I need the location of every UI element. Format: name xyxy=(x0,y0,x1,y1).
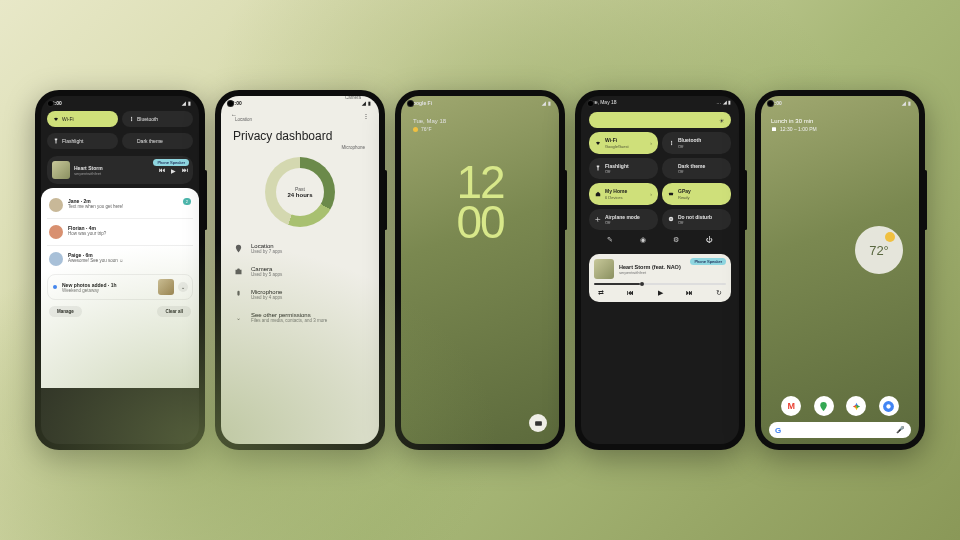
status-bar: Google Fi ◢▮ xyxy=(401,96,559,108)
photos-icon xyxy=(52,284,58,290)
qs-gpay-tile[interactable]: GPayReady xyxy=(662,183,731,205)
photos-app-icon[interactable] xyxy=(846,396,866,416)
usage-donut-chart: Past24 hours xyxy=(265,157,335,227)
qs-airplane-tile[interactable]: Airplane modeOff xyxy=(589,209,658,231)
qs-flashlight-tile[interactable]: FlashlightOff xyxy=(589,158,658,180)
play-icon[interactable]: ▶ xyxy=(171,167,176,174)
expand-icon[interactable]: ⌄ xyxy=(178,282,188,292)
google-g-icon: G xyxy=(775,426,781,435)
phone-side-button xyxy=(384,170,387,230)
qs-dark-theme-tile[interactable]: Dark themeOff xyxy=(662,158,731,180)
at-a-glance-title[interactable]: Lunch in 30 min xyxy=(761,108,919,126)
svg-rect-5 xyxy=(772,127,776,131)
gmail-app-icon[interactable]: M xyxy=(781,396,801,416)
edit-icon[interactable]: ✎ xyxy=(607,236,613,244)
overflow-icon[interactable]: ⋮ xyxy=(363,112,369,119)
flashlight-icon xyxy=(595,165,601,171)
repeat-icon[interactable]: ↻ xyxy=(716,289,722,297)
maps-app-icon[interactable] xyxy=(814,396,834,416)
next-icon[interactable]: ⏭ xyxy=(182,167,188,174)
chart-label-mic: Microphone xyxy=(341,145,365,150)
unread-badge: 2 xyxy=(183,198,191,205)
airplane-icon xyxy=(595,216,601,222)
shuffle-icon[interactable]: ⇄ xyxy=(598,289,604,297)
qs-date: Tue, May 18 xyxy=(589,99,617,105)
album-art xyxy=(594,259,614,279)
dark-theme-icon xyxy=(668,165,674,171)
avatar xyxy=(49,225,63,239)
settings-icon[interactable]: ⚙ xyxy=(673,236,679,244)
conversation-item[interactable]: Florian · 4m How was your trip? xyxy=(47,221,193,243)
clear-all-button[interactable]: Clear all xyxy=(157,306,191,317)
status-bar: 12:00 ◢▮ xyxy=(41,96,199,108)
track-artist: serpentwithfeet xyxy=(74,171,103,176)
chevron-right-icon[interactable]: › xyxy=(650,140,652,146)
qs-home-tile[interactable]: My Home6 Devices › xyxy=(589,183,658,205)
conversation-item[interactable]: Jane · 2m Text me when you get here! 2 xyxy=(47,194,193,216)
wallet-fab[interactable] xyxy=(529,414,547,432)
qs-bluetooth-tile[interactable]: BluetoothOff xyxy=(662,132,731,154)
qs-wifi-tile[interactable]: Wi-FiGoogleGuest › xyxy=(589,132,658,154)
photos-notification[interactable]: New photos added · 1h Weekend getaway ⌄ xyxy=(47,274,193,300)
message-preview: How was your trip? xyxy=(68,231,106,236)
output-device-pill[interactable]: Phone Speaker xyxy=(153,159,189,166)
phone-lock-screen: Google Fi ◢▮ Tue, May 18 76°F 12 00 xyxy=(395,90,565,450)
manage-button[interactable]: Manage xyxy=(49,306,82,317)
at-a-glance-sub: 12:30 – 1:00 PM xyxy=(761,126,919,132)
svg-rect-2 xyxy=(669,193,673,196)
qs-dnd-tile[interactable]: Do not disturbOff xyxy=(662,209,731,231)
phone-notification-panel: 12:00 ◢▮ Wi-Fi Bluetooth Flashlight Dark… xyxy=(35,90,205,450)
user-icon[interactable]: ◉ xyxy=(640,236,646,244)
sun-icon xyxy=(413,127,418,132)
gpay-icon xyxy=(668,191,674,197)
front-camera xyxy=(588,101,593,106)
phone-side-button xyxy=(564,170,567,230)
output-device-pill[interactable]: Phone Speaker xyxy=(690,258,726,265)
next-icon[interactable]: ⏭ xyxy=(686,289,693,297)
conversation-item[interactable]: Paige · 6m Awesome! See you soon ☺ xyxy=(47,248,193,270)
front-camera xyxy=(228,101,233,106)
avatar xyxy=(49,252,63,266)
camera-icon xyxy=(233,266,243,276)
search-bar[interactable]: G 🎤 xyxy=(769,422,911,438)
mic-icon[interactable]: 🎤 xyxy=(896,426,905,434)
qs-flashlight-tile[interactable]: Flashlight xyxy=(47,133,118,149)
qs-wifi-label: Wi-Fi xyxy=(62,116,74,122)
message-preview: Awesome! See you soon ☺ xyxy=(68,258,124,263)
track-artist: serpentwithfeet xyxy=(619,270,681,275)
front-camera xyxy=(408,101,413,106)
permission-row-camera[interactable]: CameraUsed by 5 apps xyxy=(231,260,369,283)
play-icon[interactable]: ▶ xyxy=(658,289,663,297)
chrome-app-icon[interactable] xyxy=(879,396,899,416)
qs-flash-label: Flashlight xyxy=(62,138,83,144)
status-icons: … ◢ ▮ xyxy=(716,99,731,105)
front-camera xyxy=(48,101,53,106)
chevron-down-icon: ⌄ xyxy=(233,312,243,322)
phone-quick-settings: Tue, May 18 … ◢ ▮ ☀ Wi-FiGoogleGuest › B… xyxy=(575,90,745,450)
permission-row-location[interactable]: LocationUsed by 7 apps xyxy=(231,237,369,260)
brightness-slider[interactable]: ☀ xyxy=(589,112,731,128)
permission-row-microphone[interactable]: MicrophoneUsed by 4 apps xyxy=(231,283,369,306)
sun-icon xyxy=(885,232,895,242)
qs-wifi-tile[interactable]: Wi-Fi xyxy=(47,111,118,127)
phone-privacy-dashboard: 12:00 ◢▮ ← ⋮ Privacy dashboard Past24 ho… xyxy=(215,90,385,450)
progress-bar[interactable] xyxy=(594,283,726,285)
power-icon[interactable]: ⏻ xyxy=(706,236,713,244)
svg-point-7 xyxy=(887,404,891,408)
brightness-icon: ☀ xyxy=(716,115,726,125)
dnd-icon xyxy=(668,216,674,222)
media-card[interactable]: Phone Speaker Heart Storm serpentwithfee… xyxy=(47,156,193,184)
microphone-icon xyxy=(233,289,243,299)
qs-dark-theme-tile[interactable]: Dark theme xyxy=(122,133,193,149)
lock-clock: 12 00 xyxy=(401,162,559,243)
permission-row-other[interactable]: ⌄ See other permissionsFiles and media, … xyxy=(231,306,369,329)
prev-icon[interactable]: ⏮ xyxy=(159,167,165,174)
media-card[interactable]: Phone Speaker Heart Storm (feat. NAO) se… xyxy=(589,254,731,302)
lock-date: Tue, May 18 xyxy=(401,108,559,126)
weather-widget[interactable]: 72° xyxy=(855,226,903,274)
chevron-right-icon[interactable]: › xyxy=(650,191,652,197)
prev-icon[interactable]: ⏮ xyxy=(627,289,634,297)
qs-bluetooth-tile[interactable]: Bluetooth xyxy=(122,111,193,127)
track-title: Heart Storm (feat. NAO) xyxy=(619,264,681,270)
location-icon xyxy=(233,243,243,253)
